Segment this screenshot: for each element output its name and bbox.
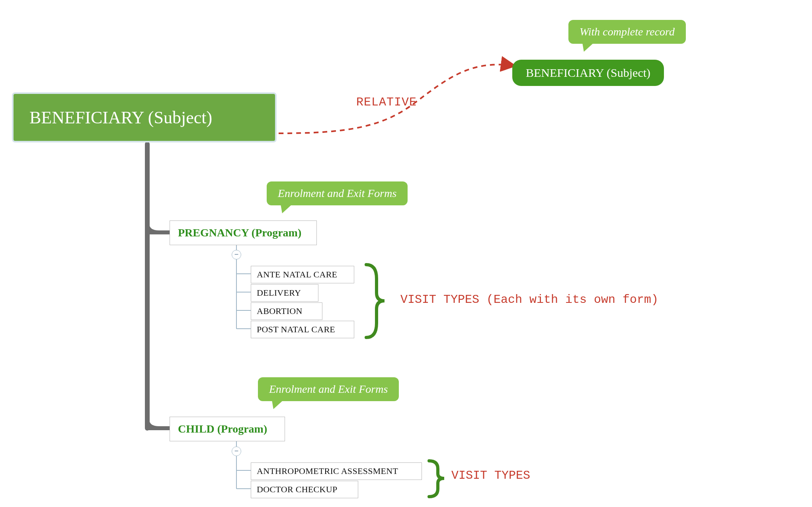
callout-pregnancy-forms: Enrolment and Exit Forms	[267, 181, 408, 205]
callout-child-forms: Enrolment and Exit Forms	[258, 377, 399, 401]
relation-label-text: RELATIVE	[356, 96, 417, 109]
collapse-toggle-icon[interactable]: −	[232, 447, 241, 456]
visit-label: ANTHROPOMETRIC ASSESSMENT	[257, 466, 398, 476]
relation-label: RELATIVE	[356, 96, 417, 109]
program-box-child: CHILD (Program)	[170, 417, 285, 441]
callout-text: Enrolment and Exit Forms	[269, 383, 388, 395]
callout-text: With complete record	[580, 25, 675, 38]
callout-tail	[268, 400, 283, 409]
visit-type-box: ABORTION	[251, 302, 322, 320]
program-label: CHILD (Program)	[178, 423, 267, 435]
visit-types-annotation: VISIT TYPES (Each with its own form)	[400, 293, 658, 306]
visit-type-box: DELIVERY	[251, 284, 318, 302]
visit-type-box: ANTHROPOMETRIC ASSESSMENT	[251, 462, 422, 480]
visit-label: ABORTION	[257, 306, 303, 316]
program-label: PREGNANCY (Program)	[178, 226, 301, 239]
callout-tail	[578, 43, 593, 52]
visit-type-box: POST NATAL CARE	[251, 321, 354, 338]
root-subject-box: BENEFICIARY (Subject)	[12, 92, 277, 142]
toggle-glyph: −	[234, 447, 239, 455]
visit-label: ANTE NATAL CARE	[257, 269, 337, 279]
diagram-connectors	[0, 0, 812, 507]
visit-label: POST NATAL CARE	[257, 324, 335, 334]
program-box-pregnancy: PREGNANCY (Program)	[170, 220, 317, 245]
collapse-toggle-icon[interactable]: −	[232, 250, 241, 259]
visit-type-box: ANTE NATAL CARE	[251, 266, 354, 283]
annotation-text: VISIT TYPES (Each with its own form)	[400, 293, 658, 306]
visit-types-annotation: VISIT TYPES	[451, 469, 530, 482]
visit-label: DOCTOR CHECKUP	[257, 484, 337, 494]
callout-text: Enrolment and Exit Forms	[278, 187, 396, 199]
callout-complete-record: With complete record	[568, 20, 686, 44]
visit-type-box: DOCTOR CHECKUP	[251, 481, 358, 498]
visit-label: DELIVERY	[257, 288, 301, 298]
root-subject-label: BENEFICIARY (Subject)	[29, 107, 212, 128]
related-subject-label: BENEFICIARY (Subject)	[526, 66, 650, 79]
annotation-text: VISIT TYPES	[451, 469, 530, 482]
callout-tail	[277, 205, 292, 213]
toggle-glyph: −	[234, 250, 239, 258]
related-subject-pill: BENEFICIARY (Subject)	[512, 60, 664, 86]
